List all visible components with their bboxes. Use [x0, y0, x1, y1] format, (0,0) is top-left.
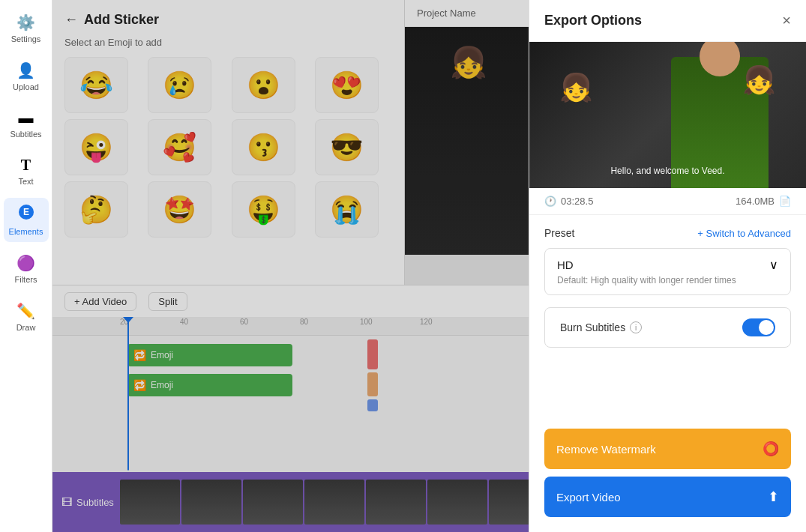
- filesize-value: 164.0MB: [736, 196, 775, 207]
- export-header: Export Options ×: [529, 0, 806, 42]
- emoji-cell[interactable]: 😗: [232, 119, 295, 175]
- video-thumbnail: [304, 480, 364, 525]
- subtitle-label: 🎞 Subtitles: [61, 496, 114, 508]
- sidebar-item-label: Subtitles: [10, 130, 41, 139]
- sticker-panel-header: ← Add Sticker: [64, 12, 392, 28]
- watermark-icon: ⭕: [763, 441, 779, 457]
- timeline-playhead[interactable]: [127, 318, 129, 468]
- emoji-cell[interactable]: 😭: [315, 181, 379, 238]
- clock-icon: 🕐: [544, 196, 556, 207]
- video-thumbnail: [366, 480, 426, 525]
- preview-sticker-2: 👧: [742, 64, 776, 96]
- subtitle-strip-text: Subtitles: [76, 497, 114, 508]
- emoji-cell[interactable]: 😎: [315, 119, 379, 175]
- track-label: Emoji: [151, 380, 173, 390]
- preview-background: 👧 👧 Hello, and welcome to Veed.: [529, 42, 806, 188]
- add-video-label: + Add Video: [74, 296, 127, 307]
- project-name: Project Name: [417, 7, 476, 19]
- preview-sticker-1: 👧: [559, 72, 593, 103]
- burn-label-text: Burn Subtitles: [560, 321, 625, 333]
- preset-name: HD: [557, 259, 574, 271]
- video-thumbnail: [181, 480, 241, 525]
- toggle-knob: [759, 320, 774, 335]
- ruler-mark: 40: [180, 318, 188, 326]
- export-video-button[interactable]: Export Video ⬆: [544, 477, 791, 517]
- action-buttons: Remove Watermark ⭕ Export Video ⬆: [529, 429, 806, 532]
- preset-description: Default: High quality with longer render…: [557, 275, 778, 285]
- preset-dropdown[interactable]: HD ∨ Default: High quality with longer r…: [544, 248, 791, 295]
- settings-icon: ⚙️: [16, 13, 35, 31]
- emoji-grid: 😂 😢 😮 😍 😜 🥰 😗 😎 🤔 🤩 🤑 😭: [64, 57, 392, 238]
- emoji-cell[interactable]: 🥰: [148, 119, 211, 175]
- add-video-button[interactable]: + Add Video: [64, 292, 136, 311]
- ruler-mark: 100: [360, 318, 373, 326]
- emoji-cell[interactable]: 🤑: [232, 181, 295, 238]
- emoji-cell[interactable]: 🤩: [148, 181, 211, 238]
- filters-icon: 🟣: [16, 254, 35, 272]
- switch-advanced-button[interactable]: + Switch to Advanced: [697, 228, 791, 239]
- text-icon: T: [21, 157, 31, 174]
- elements-icon: E: [18, 204, 34, 224]
- burn-subtitles-row: Burn Subtitles i: [544, 307, 791, 348]
- track-clip-emoji-2[interactable]: 🔁 Emoji: [127, 374, 292, 396]
- chevron-down-icon: ∨: [769, 258, 778, 272]
- meta-filesize: 164.0MB 📄: [736, 196, 791, 207]
- sidebar: ⚙️ Settings 👤 Upload ▬ Subtitles T Text …: [0, 0, 52, 532]
- remove-watermark-button[interactable]: Remove Watermark ⭕: [544, 429, 791, 469]
- video-sticker-1: 👧: [450, 45, 487, 80]
- meta-duration: 🕐 03:28.5: [544, 196, 593, 207]
- preset-dropdown-header: HD ∨: [557, 258, 778, 272]
- sidebar-item-label: Text: [18, 177, 33, 186]
- export-preview: 👧 👧 Hello, and welcome to Veed.: [529, 42, 806, 188]
- duration-value: 03:28.5: [561, 196, 593, 207]
- video-thumbnail: [120, 480, 180, 525]
- sidebar-item-label: Filters: [15, 275, 37, 284]
- sidebar-item-label: Draw: [16, 323, 36, 332]
- close-button[interactable]: ×: [782, 12, 791, 29]
- sidebar-item-settings[interactable]: ⚙️ Settings: [4, 7, 49, 49]
- burn-subtitles-label: Burn Subtitles i: [560, 321, 642, 333]
- sticker-panel-title: Add Sticker: [84, 12, 159, 28]
- emoji-cell[interactable]: 😮: [232, 57, 295, 113]
- sidebar-item-draw[interactable]: ✏️ Draw: [4, 296, 49, 338]
- sidebar-item-upload[interactable]: 👤 Upload: [4, 55, 49, 97]
- back-button[interactable]: ←: [64, 12, 78, 28]
- file-icon: 📄: [779, 196, 791, 207]
- info-icon[interactable]: i: [630, 321, 642, 333]
- sidebar-item-label: Upload: [13, 82, 39, 91]
- sidebar-item-filters[interactable]: 🟣 Filters: [4, 248, 49, 290]
- preview-subtitle: Hello, and welcome to Veed.: [610, 166, 724, 176]
- upload-icon: 👤: [16, 61, 35, 79]
- remove-watermark-label: Remove Watermark: [556, 443, 656, 456]
- export-video-label: Export Video: [556, 491, 621, 504]
- emoji-cell[interactable]: 😍: [315, 57, 379, 113]
- preset-label: Preset: [544, 227, 574, 239]
- video-thumbnail: [243, 480, 303, 525]
- sidebar-item-label: Elements: [9, 227, 43, 236]
- sidebar-item-elements[interactable]: E Elements: [4, 198, 49, 242]
- sidebar-item-text[interactable]: T Text: [4, 151, 49, 192]
- video-thumbnail: [427, 480, 487, 525]
- burn-subtitles-toggle[interactable]: [742, 318, 775, 336]
- track-icon: 🔁: [133, 349, 146, 361]
- emoji-cell[interactable]: 😜: [64, 119, 128, 175]
- emoji-cell[interactable]: 😂: [64, 57, 128, 113]
- preset-header: Preset + Switch to Advanced: [544, 227, 791, 239]
- track-icon: 🔁: [133, 379, 146, 391]
- track-clip-emoji-1[interactable]: 🔁 Emoji: [127, 344, 292, 366]
- emoji-cell[interactable]: 😢: [148, 57, 211, 113]
- preset-section: Preset + Switch to Advanced HD ∨ Default…: [529, 215, 806, 307]
- split-button[interactable]: Split: [148, 292, 187, 311]
- ruler-mark: 120: [420, 318, 433, 326]
- ruler-mark: 60: [240, 318, 248, 326]
- sticker-subtitle: Select an Emoji to add: [64, 37, 392, 48]
- export-icon: ⬆: [768, 489, 779, 505]
- track-label: Emoji: [151, 350, 173, 360]
- draw-icon: ✏️: [16, 302, 35, 320]
- export-title: Export Options: [544, 13, 642, 28]
- subtitles-icon: ▬: [19, 109, 34, 127]
- sidebar-item-subtitles[interactable]: ▬ Subtitles: [4, 103, 49, 145]
- sticker-panel: ← Add Sticker Select an Emoji to add 😂 😢…: [52, 0, 405, 285]
- emoji-cell[interactable]: 🤔: [64, 181, 128, 238]
- ruler-mark: 80: [300, 318, 308, 326]
